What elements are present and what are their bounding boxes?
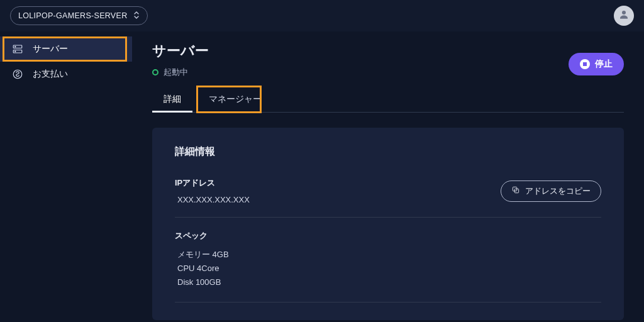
copy-address-button[interactable]: アドレスをコピー: [501, 180, 601, 202]
stop-button-label: 停止: [595, 58, 613, 70]
page-title: サーバー: [152, 42, 209, 60]
sidebar-item-billing[interactable]: お支払い: [0, 62, 132, 87]
ip-label: IPアドレス: [175, 177, 250, 189]
tab-label: マネージャー: [209, 94, 262, 105]
spec-disk: Disk 100GB: [177, 275, 229, 289]
detail-card-title: 詳細情報: [175, 145, 601, 158]
spec-cpu: CPU 4Core: [177, 262, 229, 275]
server-selector-label: LOLIPOP-GAMERS-SERVER: [18, 11, 127, 20]
server-selector[interactable]: LOLIPOP-GAMERS-SERVER: [10, 6, 148, 25]
spec-row: スペック メモリー 4GB CPU 4Core Disk 100GB: [175, 218, 601, 303]
status-dot-icon: [152, 69, 158, 75]
sidebar: サーバー お支払い: [0, 31, 132, 322]
server-status: 起動中: [152, 67, 209, 78]
sidebar-item-server[interactable]: サーバー: [0, 36, 132, 62]
sidebar-item-label: サーバー: [33, 43, 68, 55]
chevron-up-down-icon: [133, 11, 140, 21]
copy-button-label: アドレスをコピー: [525, 186, 591, 197]
sidebar-item-label: お支払い: [33, 69, 68, 80]
status-label: 起動中: [164, 67, 188, 78]
tabs: 詳細 マネージャー: [152, 87, 624, 113]
spec-label: スペック: [175, 230, 229, 242]
detail-card: 詳細情報 IPアドレス XXX.XXX.XXX.XXX アドレスをコピー スペッ…: [152, 128, 624, 320]
ip-value: XXX.XXX.XXX.XXX: [175, 195, 250, 204]
topbar: LOLIPOP-GAMERS-SERVER: [0, 0, 644, 31]
tab-label: 詳細: [164, 94, 181, 105]
svg-point-3: [15, 47, 16, 47]
spec-memory: メモリー 4GB: [177, 248, 229, 262]
billing-icon: [11, 68, 24, 80]
user-avatar[interactable]: [614, 6, 634, 26]
ip-row: IPアドレス XXX.XXX.XXX.XXX アドレスをコピー: [175, 175, 601, 218]
copy-icon: [511, 186, 520, 196]
svg-point-0: [622, 11, 626, 14]
main-content: サーバー 起動中 停止 詳細 マネージャー 詳細情報: [132, 31, 644, 322]
stop-icon: [580, 59, 590, 69]
tab-detail[interactable]: 詳細: [152, 87, 192, 112]
server-icon: [11, 43, 24, 55]
stop-button[interactable]: 停止: [569, 53, 624, 75]
user-icon: [618, 9, 630, 23]
svg-point-4: [15, 51, 16, 52]
tab-manager[interactable]: マネージャー: [197, 87, 273, 112]
